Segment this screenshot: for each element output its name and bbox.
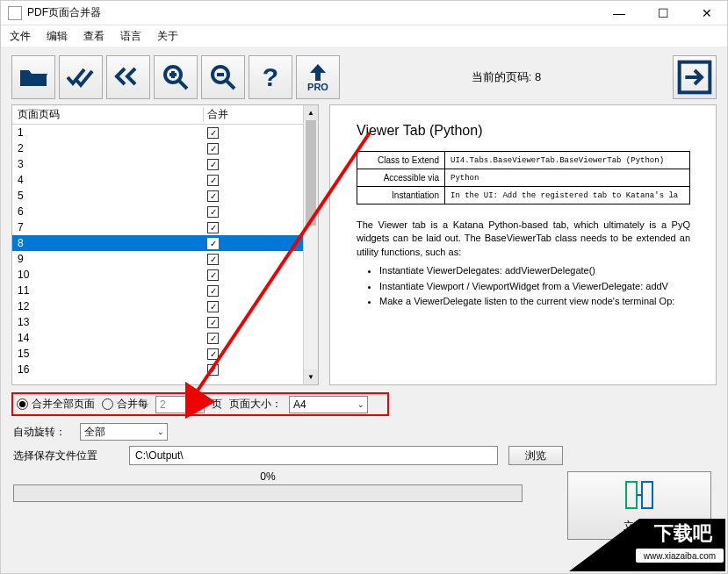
table-row[interactable]: 4✓ bbox=[12, 172, 303, 188]
auto-rotate-combo[interactable]: 全部⌄ bbox=[80, 423, 168, 441]
merge-checkbox-cell[interactable]: ✓ bbox=[204, 142, 287, 155]
undo-button[interactable] bbox=[106, 55, 150, 99]
pages-suffix-label: 页 bbox=[212, 397, 222, 412]
chevron-down-icon: ⌄ bbox=[157, 427, 164, 436]
svg-text:www.xiazaiba.com: www.xiazaiba.com bbox=[643, 551, 716, 561]
table-row[interactable]: 14✓ bbox=[12, 330, 303, 346]
page-number-cell: 13 bbox=[12, 316, 204, 328]
merge-checkbox-cell[interactable]: ✓ bbox=[204, 316, 287, 329]
table-row[interactable]: 3✓ bbox=[12, 156, 303, 172]
table-row[interactable]: 2✓ bbox=[12, 140, 303, 156]
browse-button[interactable]: 浏览 bbox=[508, 446, 563, 465]
page-number-cell: 14 bbox=[12, 332, 204, 344]
cell-access-label: Accessible via bbox=[357, 169, 445, 187]
merge-checkbox-cell[interactable]: ✓ bbox=[204, 174, 287, 187]
progress-bar bbox=[13, 484, 523, 502]
help-button[interactable]: ? bbox=[249, 55, 292, 99]
merge-checkbox-cell[interactable]: ✓ bbox=[204, 348, 287, 361]
menu-about[interactable]: 关于 bbox=[157, 29, 178, 44]
close-button[interactable]: ✕ bbox=[694, 4, 720, 22]
menu-view[interactable]: 查看 bbox=[83, 29, 105, 44]
zoom-in-icon bbox=[160, 61, 191, 93]
pro-button[interactable]: PRO bbox=[296, 55, 340, 99]
preview-list-item: Instantiate Viewport / ViewportWidget fr… bbox=[379, 280, 704, 293]
run-now-label: 立刻… bbox=[623, 519, 655, 534]
checkbox-icon[interactable]: ✓ bbox=[207, 254, 219, 265]
page-number-cell: 4 bbox=[12, 174, 204, 186]
page-list-scrollbar[interactable]: ▲ ▼ bbox=[303, 105, 318, 384]
page-size-combo[interactable]: A4⌄ bbox=[289, 396, 368, 413]
merge-all-radio[interactable]: 合并全部页面 bbox=[17, 397, 95, 412]
checkbox-icon[interactable]: ✓ bbox=[207, 238, 219, 249]
checkbox-icon[interactable]: ✓ bbox=[207, 348, 219, 360]
menu-file[interactable]: 文件 bbox=[10, 29, 31, 44]
checkbox-icon[interactable]: ✓ bbox=[207, 190, 219, 202]
table-row[interactable]: 6✓ bbox=[12, 204, 303, 219]
auto-rotate-label: 自动旋转： bbox=[13, 425, 66, 440]
checkbox-icon[interactable]: ✓ bbox=[207, 269, 219, 281]
preview-list: Instantiate ViewerDelegates: addViewerDe… bbox=[379, 264, 704, 308]
table-row[interactable]: 5✓ bbox=[12, 188, 303, 204]
zoom-out-button[interactable] bbox=[201, 55, 245, 99]
chevron-down-icon: ⌄ bbox=[357, 400, 364, 409]
checkbox-icon[interactable]: ✓ bbox=[207, 222, 219, 233]
open-button[interactable] bbox=[11, 55, 55, 99]
checkbox-icon[interactable]: ✓ bbox=[207, 159, 219, 170]
preview-paragraph: The Viewer tab is a Katana Python-based … bbox=[357, 219, 690, 259]
checkbox-icon[interactable]: ✓ bbox=[207, 364, 219, 376]
merge-every-radio[interactable]: 合并每 bbox=[102, 397, 148, 412]
table-row[interactable]: 11✓ bbox=[12, 283, 303, 298]
merge-checkbox-cell[interactable]: ✓ bbox=[204, 300, 287, 313]
merge-checkbox-cell[interactable]: ✓ bbox=[204, 253, 287, 266]
checkbox-icon[interactable]: ✓ bbox=[207, 285, 219, 297]
table-row[interactable]: 1✓ bbox=[12, 125, 303, 140]
merge-checkbox-cell[interactable]: ✓ bbox=[204, 363, 287, 377]
merge-checkbox-cell[interactable]: ✓ bbox=[204, 237, 287, 250]
page-number-cell: 15 bbox=[12, 348, 204, 360]
page-size-label: 页面大小： bbox=[229, 397, 282, 412]
run-now-button[interactable]: 立刻… bbox=[567, 471, 711, 540]
exit-button[interactable] bbox=[673, 55, 717, 99]
scroll-thumb[interactable] bbox=[306, 120, 316, 226]
merge-checkbox-cell[interactable]: ✓ bbox=[204, 221, 287, 234]
checkbox-icon[interactable]: ✓ bbox=[207, 301, 219, 312]
merge-checkbox-cell[interactable]: ✓ bbox=[204, 269, 287, 282]
merge-checkbox-cell[interactable]: ✓ bbox=[204, 158, 287, 171]
col-page-number[interactable]: 页面页码 bbox=[12, 107, 204, 122]
merge-checkbox-cell[interactable]: ✓ bbox=[204, 284, 287, 298]
chevron-down-icon: ⌄ bbox=[194, 400, 201, 409]
merge-checkbox-cell[interactable]: ✓ bbox=[204, 190, 287, 203]
menu-edit[interactable]: 编辑 bbox=[47, 29, 68, 44]
checkbox-icon[interactable]: ✓ bbox=[207, 206, 219, 218]
scroll-up-icon[interactable]: ▲ bbox=[304, 105, 318, 120]
checkbox-icon[interactable]: ✓ bbox=[207, 175, 219, 186]
page-number-cell: 1 bbox=[12, 126, 204, 139]
checkbox-icon[interactable]: ✓ bbox=[207, 333, 219, 344]
maximize-button[interactable]: ☐ bbox=[650, 4, 676, 22]
merge-every-n-combo[interactable]: 2⌄ bbox=[155, 396, 205, 413]
col-merge[interactable]: 合并 bbox=[204, 107, 287, 122]
checkbox-icon[interactable]: ✓ bbox=[207, 127, 219, 139]
table-row[interactable]: 15✓ bbox=[12, 346, 303, 362]
merge-checkbox-cell[interactable]: ✓ bbox=[204, 332, 287, 345]
table-row[interactable]: 16✓ bbox=[12, 362, 303, 377]
merge-checkbox-cell[interactable]: ✓ bbox=[204, 205, 287, 219]
cell-class-value: UI4.Tabs.BaseViewerTab.BaseViewerTab (Py… bbox=[445, 152, 690, 169]
apply-button[interactable] bbox=[59, 55, 103, 99]
help-icon: ? bbox=[255, 61, 286, 93]
menu-lang[interactable]: 语言 bbox=[120, 29, 141, 44]
table-row[interactable]: 10✓ bbox=[12, 267, 303, 283]
table-row[interactable]: 13✓ bbox=[12, 314, 303, 330]
scroll-down-icon[interactable]: ▼ bbox=[304, 370, 318, 384]
save-path-input[interactable]: C:\Output\ bbox=[129, 446, 498, 465]
minimize-button[interactable]: — bbox=[606, 4, 632, 22]
table-row[interactable]: 7✓ bbox=[12, 219, 303, 235]
table-row[interactable]: 8✓ bbox=[12, 235, 303, 251]
table-row[interactable]: 9✓ bbox=[12, 251, 303, 267]
checkbox-icon[interactable]: ✓ bbox=[207, 143, 219, 154]
merge-checkbox-cell[interactable]: ✓ bbox=[204, 126, 287, 140]
checkbox-icon[interactable]: ✓ bbox=[207, 317, 219, 328]
zoom-in-button[interactable] bbox=[154, 55, 198, 99]
preview-list-item: Instantiate ViewerDelegates: addViewerDe… bbox=[379, 264, 704, 277]
table-row[interactable]: 12✓ bbox=[12, 298, 303, 314]
